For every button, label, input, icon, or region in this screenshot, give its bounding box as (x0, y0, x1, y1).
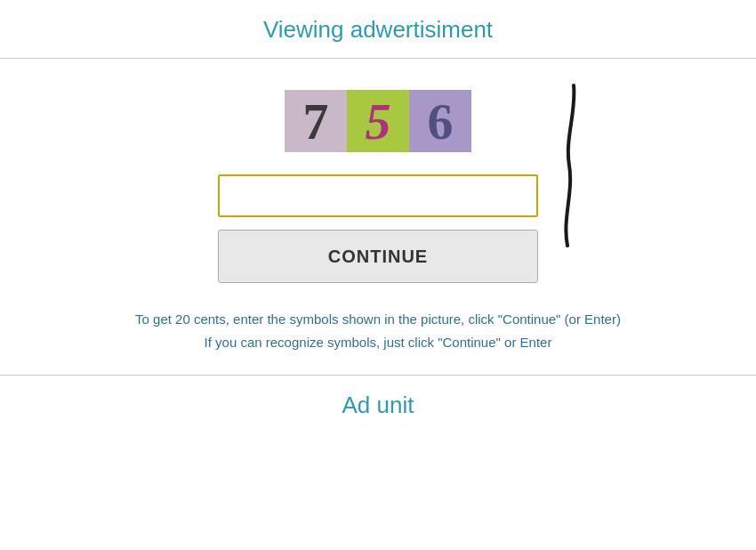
page-title: Viewing adwertisiment (0, 0, 756, 58)
captcha-digit-3: 6 (409, 90, 471, 152)
ad-unit-title: Ad unit (0, 376, 756, 435)
continue-button[interactable]: CONTINUE (218, 230, 538, 283)
captcha-input[interactable] (218, 174, 538, 217)
captcha-image: 7 5 6 (285, 85, 471, 157)
main-content: 7 5 6 CONTINUE To get 20 cents, enter th… (0, 59, 756, 353)
captcha-digit-1: 7 (285, 90, 347, 152)
instructions: To get 20 cents, enter the symbols shown… (117, 308, 639, 353)
captcha-digit-2: 5 (347, 90, 409, 152)
captcha-area: 7 5 6 (0, 85, 756, 157)
instruction-line-1: To get 20 cents, enter the symbols shown… (135, 308, 621, 331)
instruction-line-2: If you can recognize symbols, just click… (135, 331, 621, 354)
captcha-scribble (543, 77, 596, 255)
